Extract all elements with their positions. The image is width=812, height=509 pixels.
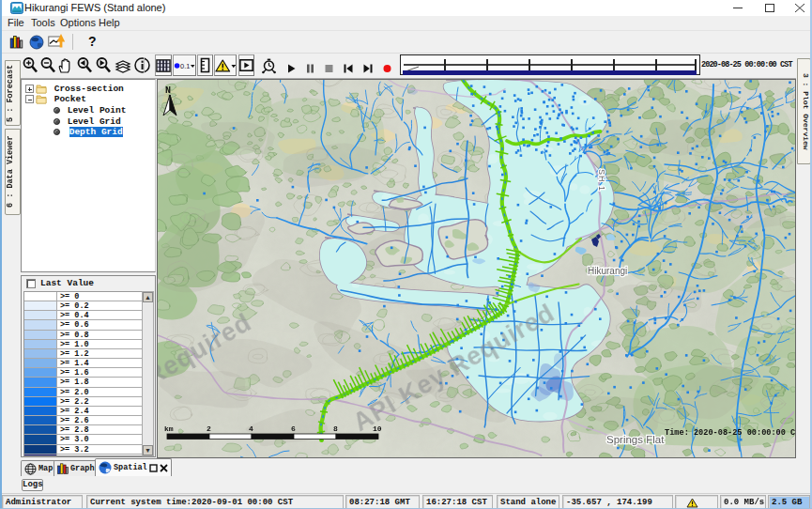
svg-text:8: 8 (333, 424, 338, 433)
svg-text:10: 10 (373, 424, 382, 433)
svg-text:6: 6 (291, 424, 296, 433)
svg-text:Time: 2020-08-25 00:00:00 CST: Time: 2020-08-25 00:00:00 CST (665, 428, 795, 438)
svg-text:N: N (165, 85, 171, 96)
svg-text:4: 4 (249, 424, 253, 433)
svg-text:Springs Flat: Springs Flat (606, 434, 665, 445)
svg-text:km: km (164, 424, 174, 433)
svg-text:2: 2 (207, 424, 211, 433)
svg-text:Hikurangi: Hikurangi (588, 266, 627, 276)
svg-text:0.1: 0.1 (180, 62, 190, 70)
svg-text:SH 1: SH 1 (597, 169, 606, 192)
